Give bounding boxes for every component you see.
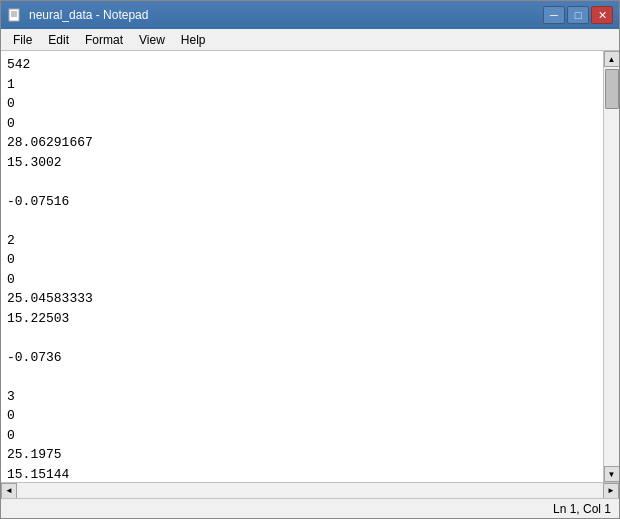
- menu-view[interactable]: View: [131, 31, 173, 49]
- menu-file[interactable]: File: [5, 31, 40, 49]
- h-scroll-track: [17, 483, 603, 498]
- scroll-up-button[interactable]: ▲: [604, 51, 620, 67]
- notepad-icon: [7, 7, 23, 23]
- vertical-scrollbar[interactable]: ▲ ▼: [603, 51, 619, 482]
- menu-bar: File Edit Format View Help: [1, 29, 619, 51]
- title-bar-left: neural_data - Notepad: [7, 7, 148, 23]
- window-controls: ─ □ ✕: [543, 6, 613, 24]
- minimize-button[interactable]: ─: [543, 6, 565, 24]
- svg-rect-0: [9, 9, 19, 21]
- cursor-position: Ln 1, Col 1: [553, 502, 611, 516]
- maximize-button[interactable]: □: [567, 6, 589, 24]
- scroll-left-button[interactable]: ◄: [1, 483, 17, 499]
- scroll-thumb[interactable]: [605, 69, 619, 109]
- horizontal-scrollbar[interactable]: ◄ ►: [1, 482, 619, 498]
- window-title: neural_data - Notepad: [29, 8, 148, 22]
- scroll-right-button[interactable]: ►: [603, 483, 619, 499]
- menu-format[interactable]: Format: [77, 31, 131, 49]
- menu-help[interactable]: Help: [173, 31, 214, 49]
- window: neural_data - Notepad ─ □ ✕ File Edit Fo…: [0, 0, 620, 519]
- close-button[interactable]: ✕: [591, 6, 613, 24]
- status-bar: Ln 1, Col 1: [1, 498, 619, 518]
- title-bar: neural_data - Notepad ─ □ ✕: [1, 1, 619, 29]
- scroll-down-button[interactable]: ▼: [604, 466, 620, 482]
- text-editor[interactable]: [1, 51, 603, 482]
- menu-edit[interactable]: Edit: [40, 31, 77, 49]
- content-area: ▲ ▼: [1, 51, 619, 482]
